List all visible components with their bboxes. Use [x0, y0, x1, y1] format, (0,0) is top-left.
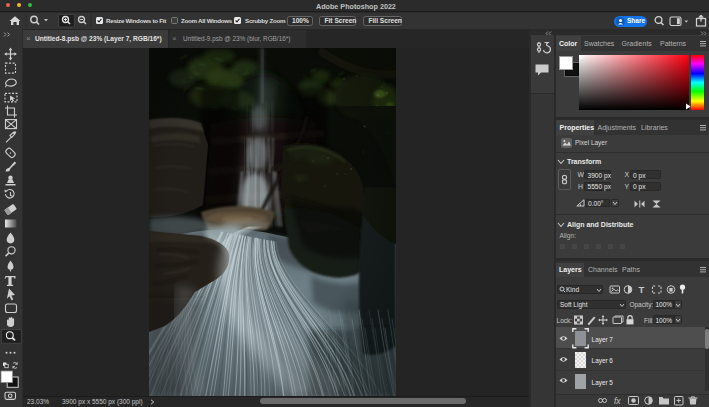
svg-text:T: T	[639, 284, 645, 295]
svg-text:fx: fx	[614, 395, 621, 405]
